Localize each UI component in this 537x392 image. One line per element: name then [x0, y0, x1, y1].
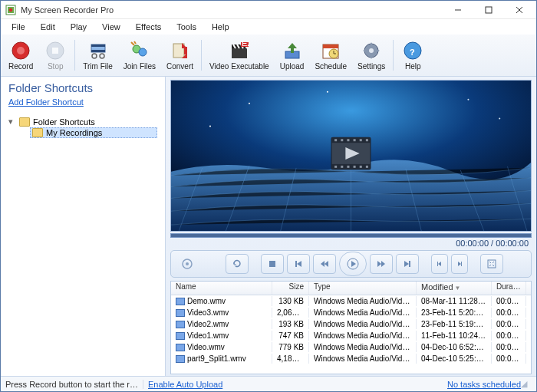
- statusbar: Press Record button to start the rec... …: [1, 376, 536, 391]
- sort-desc-icon: ▼: [455, 285, 461, 292]
- svg-text:EXE: EXE: [242, 41, 249, 48]
- svg-rect-49: [331, 164, 371, 170]
- svg-rect-51: [341, 139, 343, 141]
- col-modified[interactable]: Modified▼: [417, 282, 492, 295]
- tree-my-recordings[interactable]: My Recordings: [30, 127, 157, 138]
- svg-rect-20: [232, 48, 247, 58]
- stop-button[interactable]: Stop: [39, 39, 71, 72]
- help-button[interactable]: ? Help: [397, 39, 429, 72]
- table-row[interactable]: Video.wmv779 KBWindows Media Audio/Video…: [171, 341, 531, 353]
- menu-play[interactable]: Play: [63, 21, 94, 33]
- table-row[interactable]: Demo.wmv130 KBWindows Media Audio/Video …: [171, 295, 531, 307]
- col-size[interactable]: Size: [272, 282, 309, 295]
- menu-file[interactable]: File: [4, 21, 33, 33]
- window-title: My Screen Recorder Pro: [21, 5, 443, 15]
- collapse-icon[interactable]: ▾: [8, 117, 16, 127]
- next-button[interactable]: [396, 254, 419, 274]
- settings-button[interactable]: Settings: [353, 39, 390, 72]
- folder-icon: [19, 117, 30, 127]
- settings-gear-button[interactable]: [176, 254, 199, 274]
- svg-rect-10: [52, 48, 58, 54]
- stop-playback-button[interactable]: [261, 254, 284, 274]
- svg-rect-4: [486, 7, 492, 13]
- svg-rect-60: [360, 166, 362, 168]
- video-file-icon: [176, 344, 185, 351]
- svg-point-39: [209, 125, 211, 127]
- enable-auto-upload-link[interactable]: Enable Auto Upload: [148, 380, 222, 389]
- tasks-scheduled-link[interactable]: No tasks scheduled: [447, 380, 521, 389]
- clapper-icon: EXE: [229, 41, 249, 61]
- table-row[interactable]: Video1.wmv747 KBWindows Media Audio/Vide…: [171, 330, 531, 341]
- fullscreen-button[interactable]: [480, 254, 503, 274]
- svg-rect-57: [341, 166, 343, 168]
- resize-grip-icon[interactable]: ◢: [521, 379, 532, 389]
- maximize-button[interactable]: [473, 2, 504, 18]
- join-icon: [130, 41, 150, 61]
- menubar: File Edit Play View Effects Tools Help: [1, 19, 536, 35]
- svg-rect-61: [366, 166, 368, 168]
- menu-edit[interactable]: Edit: [33, 21, 63, 33]
- file-list: Name Size Type Modified▼ Duration Demo.w…: [170, 281, 532, 374]
- help-icon: ?: [403, 41, 423, 61]
- svg-rect-54: [360, 139, 362, 141]
- sidebar-title: Folder Shortcuts: [8, 81, 157, 94]
- minimize-button[interactable]: [443, 2, 473, 18]
- prev-button[interactable]: [287, 254, 310, 274]
- svg-rect-70: [488, 260, 496, 268]
- record-icon: [11, 41, 31, 61]
- convert-icon: [170, 41, 190, 61]
- record-button[interactable]: Record: [4, 39, 38, 72]
- status-hint: Press Record button to start the rec...: [5, 380, 143, 389]
- svg-point-14: [92, 54, 97, 58]
- video-file-icon: [176, 298, 185, 305]
- col-type[interactable]: Type: [309, 282, 417, 295]
- svg-rect-64: [269, 261, 275, 267]
- svg-rect-52: [347, 139, 349, 141]
- schedule-button[interactable]: Schedule: [310, 39, 351, 72]
- svg-point-15: [100, 54, 104, 58]
- video-file-icon: [176, 355, 185, 363]
- convert-button[interactable]: Convert: [162, 39, 198, 72]
- video-preview[interactable]: [170, 80, 532, 232]
- svg-point-37: [327, 91, 328, 93]
- forward-button[interactable]: [370, 254, 393, 274]
- tree-root[interactable]: ▾ Folder Shortcuts: [8, 116, 157, 127]
- app-icon: [5, 5, 16, 15]
- gear-icon: [361, 41, 381, 61]
- play-button[interactable]: [339, 252, 367, 276]
- add-folder-shortcut-link[interactable]: Add Folder Shortcut: [8, 97, 157, 107]
- menu-view[interactable]: View: [94, 21, 128, 33]
- col-name[interactable]: Name: [171, 282, 272, 295]
- menu-effects[interactable]: Effects: [128, 21, 169, 33]
- video-exe-button[interactable]: EXE Video Executable: [205, 39, 274, 72]
- folder-tree: ▾ Folder Shortcuts My Recordings: [8, 116, 157, 138]
- svg-rect-58: [347, 166, 349, 168]
- table-row[interactable]: Video2.wmv193 KBWindows Media Audio/Vide…: [171, 318, 531, 330]
- svg-point-38: [499, 118, 500, 120]
- svg-point-2: [9, 8, 13, 12]
- svg-rect-50: [334, 139, 337, 141]
- table-row[interactable]: Video3.wmv2,068 KBWindows Media Audio/Vi…: [171, 307, 531, 318]
- video-file-icon: [176, 309, 185, 317]
- repeat-button[interactable]: [226, 254, 249, 274]
- step-back-button[interactable]: [431, 254, 448, 274]
- menu-help[interactable]: Help: [204, 21, 237, 33]
- svg-rect-69: [461, 262, 462, 266]
- table-row[interactable]: part9_Split1.wmv4,183 KBWindows Media Au…: [171, 353, 531, 364]
- svg-rect-67: [409, 261, 410, 267]
- trim-button[interactable]: Trim File: [78, 39, 117, 72]
- close-button[interactable]: [504, 2, 535, 18]
- rewind-button[interactable]: [313, 254, 336, 274]
- step-forward-button[interactable]: [451, 254, 468, 274]
- toolbar: Record Stop Trim File Join Files Convert…: [1, 35, 536, 77]
- upload-icon: [282, 41, 302, 61]
- col-duration[interactable]: Duration: [492, 282, 526, 295]
- svg-rect-53: [354, 139, 356, 141]
- svg-point-36: [467, 99, 469, 100]
- svg-point-63: [186, 262, 189, 265]
- svg-rect-12: [91, 44, 105, 47]
- upload-button[interactable]: Upload: [275, 39, 309, 72]
- video-file-icon: [176, 321, 185, 328]
- menu-tools[interactable]: Tools: [169, 21, 204, 33]
- join-button[interactable]: Join Files: [119, 39, 160, 72]
